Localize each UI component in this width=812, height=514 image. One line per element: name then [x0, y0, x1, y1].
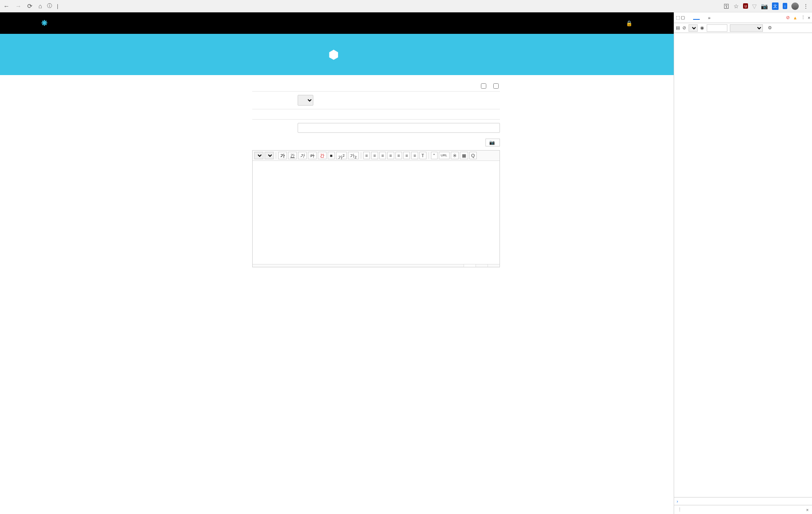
back-button[interactable]: ← — [3, 2, 9, 10]
italic-btn[interactable]: 가 — [298, 152, 307, 159]
list-ol-btn[interactable]: ≡ — [395, 152, 402, 159]
drawer-menu-icon[interactable]: ⋮ — [677, 507, 682, 512]
indent-btn[interactable]: T — [419, 152, 426, 159]
align-justify-btn[interactable]: ≡ — [387, 152, 394, 159]
category-select[interactable] — [298, 95, 313, 106]
editor-canvas[interactable] — [253, 161, 500, 264]
font-size-select[interactable] — [265, 152, 274, 159]
underline-btn[interactable]: 간 — [288, 152, 297, 159]
console-toolbar: ▤ ⊘ ◉ ⚙ — [674, 23, 812, 33]
devtools-drawer: ⋮ × — [674, 505, 812, 514]
logo[interactable]: ❋ — [41, 19, 50, 28]
more-tabs-icon[interactable]: » — [708, 15, 710, 20]
sub-btn[interactable]: 가2 — [348, 152, 359, 159]
tab-sources[interactable] — [701, 16, 707, 19]
browser-toolbar: ← → ⟳ ⌂ ⓘ | ⚿ ☆ u ▽ 📷 文 ↓ ⋮ — [0, 0, 812, 12]
logo-icon: ❋ — [41, 19, 48, 28]
align-right-btn[interactable]: ≡ — [379, 152, 386, 159]
sidebar — [174, 83, 236, 267]
quote-btn[interactable]: " — [431, 152, 438, 159]
warn-count[interactable]: ▲ — [793, 15, 798, 20]
notice-checkbox[interactable] — [493, 83, 500, 89]
find-btn[interactable]: Q — [469, 152, 477, 159]
sup-btn[interactable]: 가2 — [336, 152, 347, 159]
level-select[interactable] — [730, 24, 763, 32]
list-ul-btn[interactable]: ≡ — [403, 152, 410, 159]
page-viewport: ❋ 🔒 ⬢ — [0, 12, 674, 514]
sidebar-item-notice[interactable] — [174, 83, 236, 90]
resize-handle[interactable] — [253, 264, 464, 267]
forward-button[interactable]: → — [15, 2, 21, 10]
photo-button[interactable]: 📷 — [485, 139, 500, 146]
menu-icon[interactable]: ⋮ — [803, 3, 809, 9]
color-btn[interactable]: 간 — [318, 152, 327, 159]
ext2-icon[interactable]: ↓ — [783, 3, 787, 9]
clear-console-icon[interactable]: ⊘ — [682, 25, 686, 31]
translate-ext-icon[interactable]: 文 — [772, 2, 779, 10]
bgcolor-btn[interactable]: ■ — [328, 152, 335, 159]
strike-btn[interactable]: 가 — [308, 152, 317, 159]
filter-input[interactable] — [707, 24, 727, 32]
table-btn[interactable]: ▦ — [460, 152, 468, 159]
context-select[interactable] — [689, 24, 698, 32]
align-center-btn[interactable]: ≡ — [371, 152, 378, 159]
tab-elements[interactable] — [686, 16, 692, 19]
error-count[interactable]: ⊘ — [786, 15, 791, 20]
profile-avatar[interactable] — [791, 2, 799, 10]
devtools-panel: ⬚ ▢ » ⊘ ▲ ⋮ × ▤ ⊘ ◉ ⚙ › ⋮ — [674, 12, 812, 514]
editor-tab-text[interactable] — [488, 264, 500, 267]
camera-icon[interactable]: 📷 — [761, 3, 768, 9]
devtools-close-icon[interactable]: × — [808, 15, 810, 20]
title-input[interactable] — [298, 123, 500, 133]
inspect-icon[interactable]: ⬚ — [676, 15, 680, 20]
align-left-btn[interactable]: ≡ — [363, 152, 370, 159]
special-btn[interactable]: ※ — [451, 152, 459, 159]
editor-tab-editor[interactable] — [464, 264, 476, 267]
site-header: ❋ 🔒 — [0, 12, 674, 34]
cart-button[interactable]: 🔒 — [626, 20, 632, 26]
address-bar[interactable]: ⓘ | — [47, 2, 719, 9]
sidebar-item-refund[interactable] — [174, 97, 236, 103]
editor-toolbar: 가 간 가 가 간 ■ 가2 가2 ≡ ≡ ≡ ≡ ≡ ≡ — [253, 151, 500, 161]
ublock-icon[interactable]: u — [743, 3, 748, 9]
devtools-menu-icon[interactable]: ⋮ — [801, 15, 805, 20]
devtools-tabbar: ⬚ ▢ » ⊘ ▲ ⋮ × — [674, 12, 812, 23]
outdent-btn[interactable]: ≡ — [411, 152, 418, 159]
star-icon[interactable]: ☆ — [734, 3, 739, 9]
console-log[interactable] — [674, 33, 812, 497]
editor-tab-html[interactable] — [476, 264, 488, 267]
console-prompt[interactable]: › — [674, 497, 812, 505]
sidebar-toggle-icon[interactable]: ▤ — [676, 25, 680, 31]
sidebar-item-faq[interactable] — [174, 90, 236, 97]
settings-icon[interactable]: ⚙ — [768, 25, 772, 31]
form-area: 📷 가 간 가 가 간 ■ 가2 가2 — [252, 83, 500, 267]
url-btn[interactable]: URL — [439, 152, 450, 159]
font-family-select[interactable] — [254, 152, 263, 159]
bold-btn[interactable]: 가 — [278, 152, 287, 159]
ext-icon[interactable]: ▽ — [752, 3, 757, 9]
reload-button[interactable]: ⟳ — [27, 2, 33, 10]
home-button[interactable]: ⌂ — [38, 2, 42, 10]
sidebar-item-inquiry[interactable] — [174, 103, 236, 110]
secret-checkbox[interactable] — [481, 83, 488, 89]
banner-icon: ⬢ — [329, 48, 339, 61]
live-expr-icon[interactable]: ◉ — [700, 25, 704, 31]
drawer-close-icon[interactable]: × — [806, 507, 809, 512]
author-value — [298, 113, 500, 116]
rich-editor: 가 간 가 가 간 ■ 가2 가2 ≡ ≡ ≡ ≡ ≡ ≡ — [252, 150, 500, 267]
key-icon[interactable]: ⚿ — [724, 3, 729, 9]
page-banner: ⬢ — [0, 34, 674, 75]
tab-console[interactable] — [693, 16, 700, 20]
info-icon: ⓘ — [47, 2, 52, 9]
device-icon[interactable]: ▢ — [681, 15, 685, 20]
